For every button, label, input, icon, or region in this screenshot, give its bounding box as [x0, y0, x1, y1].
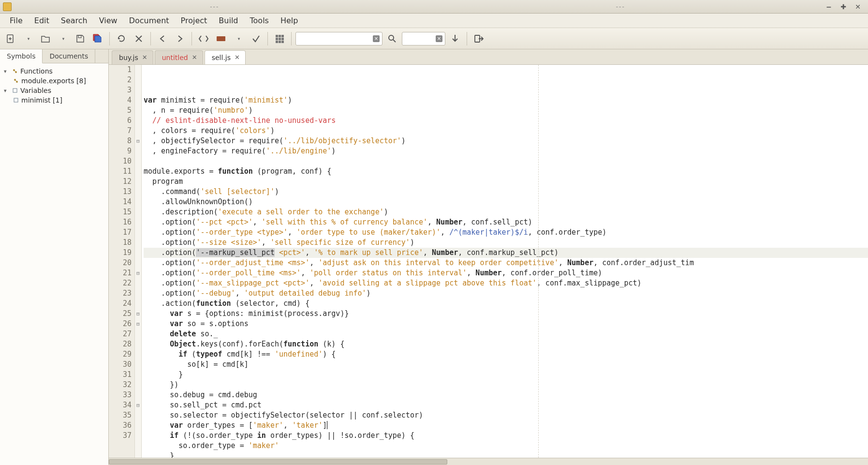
save-all-icon[interactable] [90, 31, 105, 46]
nav-forward-icon[interactable] [172, 31, 188, 46]
tree-node-functions[interactable]: ▾ Functions [2, 66, 106, 76]
line-number-gutter: 1234567891011121314151617181920212223242… [109, 65, 135, 458]
title-dash-right: --- [418, 3, 824, 10]
sidebar-tab-symbols[interactable]: Symbols [0, 49, 43, 63]
menu-build[interactable]: Build [213, 14, 244, 27]
tree-node-minimist[interactable]: minimist [1] [2, 95, 106, 105]
tab-close-icon[interactable]: ✕ [192, 55, 198, 60]
svg-rect-9 [281, 35, 284, 37]
editor-tabs: buy.js ✕ untitled ✕ sell.js ✕ [109, 49, 868, 65]
svg-line-17 [393, 40, 396, 42]
close-icon[interactable]: ✕ [853, 2, 863, 11]
color-chooser-icon[interactable] [272, 31, 287, 46]
tree-label: module.exports [8] [21, 77, 86, 85]
horizontal-scrollbar[interactable] [109, 458, 868, 465]
svg-rect-12 [281, 38, 284, 40]
menubar: File Edit Search View Document Project B… [0, 14, 868, 28]
expand-icon[interactable]: ▾ [4, 68, 10, 75]
editor-area: buy.js ✕ untitled ✕ sell.js ✕ 1234567891… [109, 49, 868, 465]
open-file-icon[interactable] [38, 31, 53, 46]
scrollbar-thumb[interactable] [109, 459, 447, 465]
reload-icon[interactable] [114, 31, 129, 46]
tree-node-module-exports[interactable]: module.exports [8] [2, 76, 106, 86]
goto-button-icon[interactable] [447, 31, 463, 46]
variable-icon [12, 87, 18, 94]
fold-gutter[interactable]: ⊟⊟⊟⊟⊟ [135, 65, 142, 458]
goto-clear-icon[interactable]: × [436, 35, 442, 42]
menu-project[interactable]: Project [175, 14, 213, 27]
build-icon[interactable] [213, 31, 229, 46]
code-content[interactable]: var minimist = require('minimist') , n =… [142, 65, 868, 458]
new-file-dropdown[interactable] [20, 31, 36, 46]
svg-point-16 [389, 35, 394, 40]
open-file-dropdown[interactable] [55, 31, 71, 46]
margin-line [538, 65, 539, 458]
app-icon [3, 2, 12, 11]
close-file-icon[interactable] [131, 31, 147, 46]
variable-icon [13, 97, 19, 104]
save-file-icon[interactable] [73, 31, 88, 46]
tree-label: Functions [20, 67, 53, 75]
compile-icon[interactable] [196, 31, 211, 46]
menu-view[interactable]: View [93, 14, 123, 27]
svg-rect-15 [281, 41, 284, 43]
svg-rect-11 [279, 38, 281, 40]
expand-icon[interactable]: ▾ [4, 88, 10, 94]
titlebar: --- --- − ✚ ✕ [0, 0, 868, 14]
tree-label: Variables [20, 87, 51, 94]
tab-label: buy.js [119, 54, 138, 61]
svg-rect-14 [279, 41, 281, 43]
tab-label: untitled [162, 54, 188, 61]
find-input[interactable] [295, 32, 383, 45]
tree-node-variables[interactable]: ▾ Variables [2, 86, 106, 95]
new-file-icon[interactable] [3, 31, 18, 46]
find-button-icon[interactable] [384, 31, 400, 46]
tab-buy-js[interactable]: buy.js ✕ [112, 50, 153, 64]
svg-rect-6 [217, 36, 225, 41]
title-dash-left: --- [12, 3, 418, 10]
code-editor[interactable]: 1234567891011121314151617181920212223242… [109, 65, 868, 458]
menu-document[interactable]: Document [123, 14, 175, 27]
build-dropdown[interactable] [231, 31, 246, 46]
svg-rect-25 [13, 89, 17, 92]
tab-label: sell.js [212, 54, 231, 61]
find-clear-icon[interactable]: × [373, 35, 380, 42]
menu-file[interactable]: File [4, 14, 29, 27]
minimize-icon[interactable]: − [824, 2, 834, 11]
svg-rect-8 [279, 35, 281, 37]
tab-close-icon[interactable]: ✕ [142, 55, 148, 60]
sidebar: Symbols Documents ▾ Functions module.exp… [0, 49, 109, 465]
function-icon [13, 77, 19, 84]
menu-search[interactable]: Search [55, 14, 93, 27]
menu-tools[interactable]: Tools [244, 14, 275, 27]
svg-line-24 [15, 80, 17, 82]
function-icon [12, 68, 18, 75]
tab-untitled[interactable]: untitled ✕ [155, 50, 203, 64]
svg-rect-10 [276, 38, 278, 40]
quit-icon[interactable] [471, 31, 486, 46]
maximize-icon[interactable]: ✚ [838, 2, 849, 11]
tab-close-icon[interactable]: ✕ [235, 55, 240, 60]
svg-rect-7 [276, 35, 278, 37]
nav-back-icon[interactable] [155, 31, 170, 46]
menu-help[interactable]: Help [275, 14, 304, 27]
tab-sell-js[interactable]: sell.js ✕ [205, 50, 246, 64]
menu-edit[interactable]: Edit [29, 14, 55, 27]
tree-label: minimist [1] [21, 96, 62, 104]
svg-line-21 [14, 70, 16, 72]
sidebar-tab-documents[interactable]: Documents [43, 49, 95, 63]
svg-rect-26 [14, 98, 18, 102]
run-icon[interactable] [248, 31, 264, 46]
toolbar: × × [0, 28, 868, 49]
svg-rect-13 [276, 41, 278, 43]
